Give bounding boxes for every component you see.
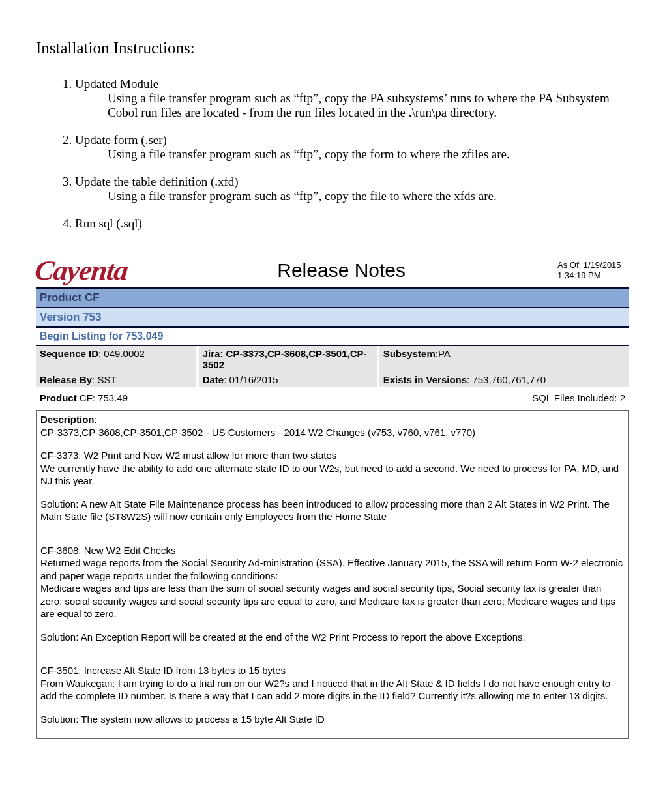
release-notes-title: Release Notes [125,259,557,282]
jira-value: CP-3373,CP-3608,CP-3501,CP-3502 [203,348,367,370]
sequence-id-label: Sequence ID [40,348,98,359]
sql-files-included: SQL Files Included: 2 [532,392,625,403]
install-item-1: Updated Module Using a file transfer pro… [75,77,629,120]
cf3608-body2: Medicare wages and tips are less than th… [40,582,625,620]
cf3373-body: We currently have the ability to add one… [40,462,625,487]
asof-date: 1/19/2015 [584,260,621,270]
cf3608-title: CF-3608: New W2 Edit Checks [40,544,625,557]
description-label: Description [40,414,95,425]
cf3501-body: From Waukegan: I am trying to do a trial… [40,677,625,703]
install-item-title: Updated Module [75,77,158,91]
description-block: Description: CP-3373,CP-3608,CP-3501,CP-… [36,410,629,739]
exists-in-versions-value: : 753,760,761,770 [467,374,546,385]
install-item-title: Update form (.ser) [75,133,167,147]
product-row: Product CF: 753.49 SQL Files Included: 2 [36,387,629,410]
subsystem-label: Subsystem [383,348,436,359]
product-value: CF: 753.49 [77,392,128,403]
cf3608-solution: Solution: An Exception Report will be cr… [40,631,625,644]
subsystem-value: :PA [436,348,451,359]
install-item-3: Update the table definition (.xfd) Using… [75,175,629,203]
sequence-id-value: : 049.0002 [98,348,145,359]
asof-time: 1:34:19 PM [557,270,601,280]
install-item-2: Update form (.ser) Using a file transfer… [75,133,629,162]
product-banner: Product CF [36,289,629,308]
begin-listing-banner: Begin Listing for 753.049 [36,328,629,346]
install-item-4: Run sql (.sql) [75,216,629,231]
version-banner: Version 753 [36,308,629,328]
cf3501-solution: Solution: The system now allows to proce… [40,713,625,726]
cf3373-title: CF-3373: W2 Print and New W2 must allow … [40,449,625,462]
asof-block: As Of: 1/19/2015 1:34:19 PM [557,260,629,280]
cf3501-title: CF-3501: Increase Alt State ID from 13 b… [40,664,625,677]
release-notes-header: Cayenta Release Notes As Of: 1/19/2015 1… [36,257,629,289]
cf3373-solution: Solution: A new Alt State File Maintenan… [40,498,625,523]
cf3608-body: Returned wage reports from the Social Se… [40,557,625,582]
jira-label: Jira: [203,348,226,359]
asof-label: As Of: [557,260,584,270]
install-item-title: Run sql (.sql) [75,216,142,230]
install-item-body: Using a file transfer program such as “f… [108,189,629,203]
date-value: : 01/16/2015 [224,374,278,385]
install-item-body: Using a file transfer program such as “f… [108,147,629,162]
install-item-title: Update the table definition (.xfd) [75,175,239,188]
install-item-body: Using a file transfer program such as “f… [108,91,629,120]
release-by-value: : SST [92,374,117,385]
release-by-label: Release By [40,374,92,385]
exists-in-versions-label: Exists in Versions [383,374,467,385]
installation-heading: Installation Instructions: [36,39,629,57]
metadata-table: Sequence ID: 049.0002 Jira: CP-3373,CP-3… [36,346,629,387]
date-label: Date [203,374,224,385]
product-label: Product [40,392,77,403]
desc-summary: CP-3373,CP-3608,CP-3501,CP-3502 - US Cus… [40,426,625,439]
cayenta-logo: Cayenta [32,257,129,284]
installation-list: Updated Module Using a file transfer pro… [36,77,629,231]
